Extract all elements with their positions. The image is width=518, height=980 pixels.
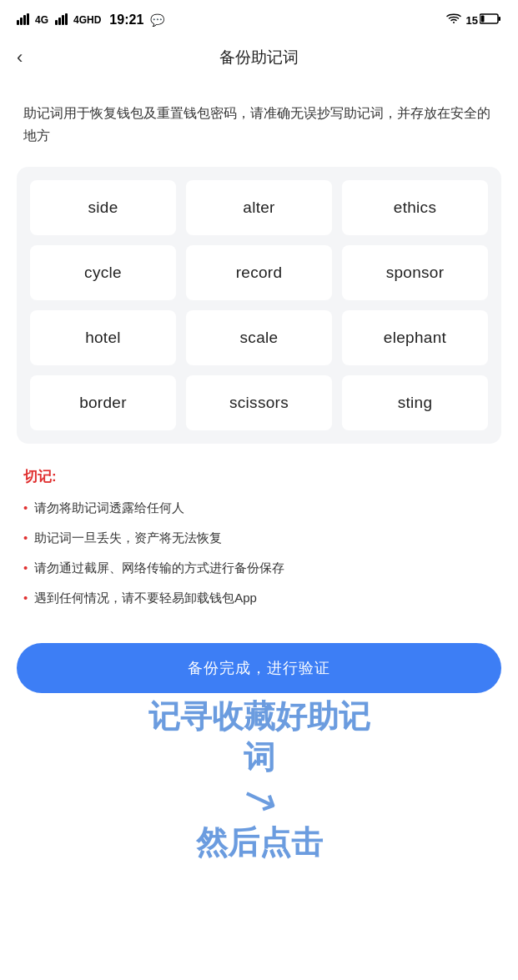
network-label-2: 4GHD <box>73 14 101 26</box>
mnemonic-grid: sidealterethicscyclerecordsponsorhotelsc… <box>30 180 488 430</box>
mnemonic-word-12: sting <box>342 375 488 430</box>
mnemonic-word-10: border <box>30 375 176 430</box>
svg-rect-2 <box>23 15 26 25</box>
svg-rect-5 <box>58 18 61 25</box>
remember-title: 切记: <box>23 467 495 486</box>
svg-rect-6 <box>62 15 64 25</box>
bottom-button-area: 备份完成，进行验证 <box>0 635 518 716</box>
wifi-icon <box>446 13 461 28</box>
mnemonic-word-1: side <box>30 180 176 235</box>
header: ‹ 备份助记词 <box>0 37 518 78</box>
remember-item-text-3: 请勿通过截屏、网络传输的方式进行备份保存 <box>34 558 284 578</box>
status-right: 15 <box>446 13 501 28</box>
mnemonic-word-11: scissors <box>186 375 332 430</box>
confirm-button[interactable]: 备份完成，进行验证 <box>17 643 501 693</box>
time-label: 19:21 <box>109 13 143 28</box>
bullet-1: • <box>23 498 28 518</box>
description-text: 助记词用于恢复钱包及重置钱包密码，请准确无误抄写助记词，并存放在安全的地方 <box>0 78 518 167</box>
mnemonic-container: sidealterethicscyclerecordsponsorhotelsc… <box>17 167 501 444</box>
svg-rect-0 <box>17 20 19 25</box>
annotation-line3: 然后点击 <box>196 822 323 863</box>
bullet-3: • <box>23 558 28 578</box>
svg-rect-4 <box>55 20 58 25</box>
bullet-4: • <box>23 588 28 608</box>
mnemonic-word-7: hotel <box>30 310 176 365</box>
wechat-icon: 💬 <box>150 13 164 27</box>
signal-icon-2 <box>55 13 70 28</box>
mnemonic-word-6: sponsor <box>342 245 488 300</box>
remember-item-1: •请勿将助记词透露给任何人 <box>23 498 495 518</box>
mnemonic-word-2: alter <box>186 180 332 235</box>
remember-item-text-4: 遇到任何情况，请不要轻易卸载钱包App <box>34 588 257 608</box>
svg-rect-3 <box>27 13 29 25</box>
page-title: 备份助记词 <box>219 47 299 68</box>
annotation-line2: 词 <box>244 737 275 778</box>
status-left: 4G 4GHD 19:21 💬 <box>17 13 164 28</box>
annotation-overlay: 记寻收藏好助记 词 ↙ 然后点击 <box>0 696 518 863</box>
remember-item-2: •助记词一旦丢失，资产将无法恢复 <box>23 528 495 548</box>
remember-section: 切记: •请勿将助记词透露给任何人•助记词一旦丢失，资产将无法恢复•请勿通过截屏… <box>0 467 518 635</box>
battery-icon <box>480 13 501 27</box>
battery-container: 15 <box>466 13 501 27</box>
mnemonic-word-8: scale <box>186 310 332 365</box>
remember-item-text-1: 请勿将助记词透露给任何人 <box>34 498 184 518</box>
mnemonic-word-3: ethics <box>342 180 488 235</box>
remember-item-text-2: 助记词一旦丢失，资产将无法恢复 <box>34 528 222 548</box>
bullet-2: • <box>23 528 28 548</box>
back-button[interactable]: ‹ <box>17 48 23 67</box>
svg-rect-7 <box>65 13 68 25</box>
mnemonic-word-4: cycle <box>30 245 176 300</box>
network-label-1: 4G <box>35 14 48 26</box>
remember-item-4: •遇到任何情况，请不要轻易卸载钱包App <box>23 588 495 608</box>
battery-percent-label: 15 <box>466 14 478 27</box>
remember-item-3: •请勿通过截屏、网络传输的方式进行备份保存 <box>23 558 495 578</box>
svg-rect-1 <box>20 18 23 25</box>
svg-rect-10 <box>481 16 485 23</box>
status-bar: 4G 4GHD 19:21 💬 15 <box>0 0 518 37</box>
mnemonic-word-9: elephant <box>342 310 488 365</box>
mnemonic-word-5: record <box>186 245 332 300</box>
signal-icon-1 <box>17 13 32 28</box>
annotation-arrow: ↙ <box>234 769 284 827</box>
svg-rect-9 <box>499 17 501 21</box>
